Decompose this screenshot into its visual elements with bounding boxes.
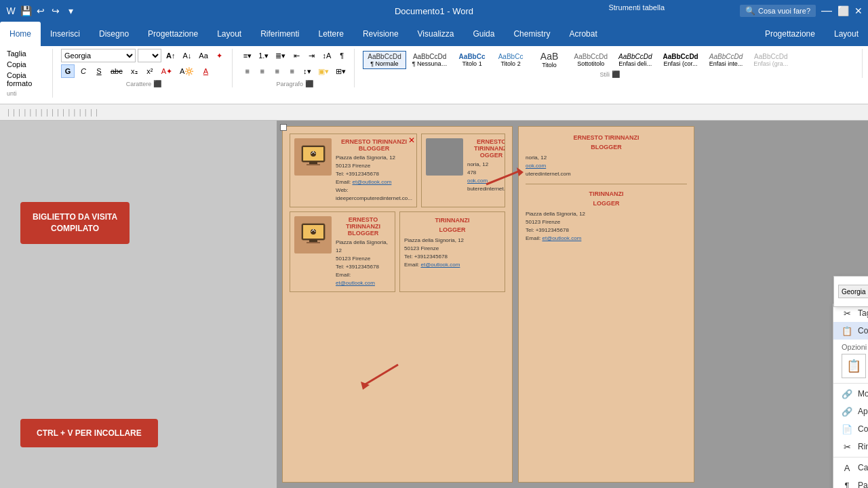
minimize-button[interactable]: — bbox=[821, 5, 832, 17]
style-enfasi-gra[interactable]: AaBbCcDd Enfasi (gra... bbox=[749, 51, 793, 69]
style-enfasi-cor[interactable]: AaBbCcDd Enfasi (cor... bbox=[658, 51, 703, 69]
svg-rect-4 bbox=[307, 164, 320, 165]
svg-rect-3 bbox=[309, 162, 317, 164]
tab-guida[interactable]: Guida bbox=[463, 22, 504, 46]
ctx-copia[interactable]: 📋 Copia bbox=[833, 322, 868, 340]
right-card-bottom-email[interactable]: et@outlook.com bbox=[542, 235, 581, 241]
indent-increase-button[interactable]: ⇥ bbox=[304, 49, 318, 62]
styles-row: AaBbCcDd ¶ Normale AaBbCcDd ¶ Nessuna… A… bbox=[363, 49, 856, 70]
undo-icon[interactable]: ↩ bbox=[35, 5, 46, 16]
ctx-sep2 bbox=[833, 457, 868, 458]
style-enfasi-inte[interactable]: AaBbCcDd Enfasi inte... bbox=[705, 51, 748, 69]
multilevel-list-button[interactable]: ≣▾ bbox=[273, 49, 288, 62]
show-marks-button[interactable]: ¶ bbox=[335, 49, 349, 62]
close-button[interactable]: ✕ bbox=[854, 5, 863, 16]
tab-disegno[interactable]: Disegno bbox=[90, 22, 138, 46]
align-center-button[interactable]: ≡ bbox=[256, 64, 269, 78]
redo-icon[interactable]: ↪ bbox=[50, 5, 61, 16]
restore-button[interactable]: ⬜ bbox=[837, 5, 849, 16]
font-grow-button[interactable]: A↑ bbox=[163, 49, 178, 62]
list-number-button[interactable]: 1.▾ bbox=[256, 49, 271, 62]
ctx-apri-link[interactable]: 🔗 Apri collegamento ipertestuale bbox=[833, 403, 868, 420]
font-shrink-button[interactable]: A↓ bbox=[180, 49, 194, 62]
mini-font-select[interactable]: Georgia bbox=[838, 285, 868, 298]
tab-progettazione[interactable]: Progettazione bbox=[138, 22, 208, 46]
ctx-carattere[interactable]: A Carattere... bbox=[833, 459, 868, 476]
style-titolo2[interactable]: AaBbCc Titolo 2 bbox=[492, 51, 530, 69]
card-left-top: ERNESTO TIRINNANZIBLOGGER Piazza della S… bbox=[290, 134, 417, 207]
right-card-top-info: ERNESTO TIRINNANZIBLOGGER noria, 12 ook.… bbox=[526, 134, 687, 178]
tab-chemistry[interactable]: Chemistry bbox=[504, 22, 559, 46]
tab-layout[interactable]: Layout bbox=[208, 22, 251, 46]
line-spacing-button[interactable]: ↕▾ bbox=[300, 64, 314, 78]
quick-save-icon[interactable]: 💾 bbox=[20, 5, 31, 16]
search-icon: 🔍 bbox=[745, 6, 755, 16]
font-color-button[interactable]: A bbox=[199, 64, 212, 78]
paste-btn-1[interactable]: 📋 bbox=[842, 354, 866, 378]
monitor-icon-left bbox=[299, 143, 328, 171]
strikethrough-button[interactable]: abc bbox=[108, 64, 125, 78]
card-name-rt: ERNESTO TIRINNANZIOGGER bbox=[467, 138, 505, 159]
align-left-button[interactable]: ≡ bbox=[241, 64, 254, 78]
title-bar-controls: 🔍 Cosa vuoi fare? — ⬜ ✕ bbox=[740, 5, 863, 17]
shading-button[interactable]: ▣▾ bbox=[315, 64, 332, 78]
paragrafo-label: Paragrafo ⬛ bbox=[241, 80, 349, 87]
arrow-left bbox=[351, 358, 405, 394]
italic-button[interactable]: C bbox=[77, 64, 90, 78]
tab-lettere[interactable]: Lettere bbox=[309, 22, 353, 46]
tab-visualizza[interactable]: Visualizza bbox=[408, 22, 464, 46]
align-right-button[interactable]: ≡ bbox=[271, 64, 284, 78]
font-case-button[interactable]: Aa bbox=[196, 49, 210, 62]
card-email-rb[interactable]: et@outlook.com bbox=[420, 262, 460, 268]
customize-icon[interactable]: ▾ bbox=[65, 5, 76, 16]
card-email-lb[interactable]: et@outlook.com bbox=[336, 280, 375, 286]
ctx-modifica-link[interactable]: 🔗 Modifica collegamento ipertestuale... bbox=[833, 385, 868, 403]
ctx-copia-link[interactable]: 📄 Copia collegamento ipertestuale bbox=[833, 420, 868, 438]
bottom-cards-row: ERNESTO TIRINNANZIBLOGGER Piazza della S… bbox=[290, 211, 505, 292]
carattere-label: Carattere ⬛ bbox=[61, 80, 226, 87]
card-name-lt: ERNESTO TIRINNANZIBLOGGER bbox=[336, 138, 412, 152]
clear-format-button[interactable]: ✦ bbox=[213, 49, 226, 62]
ctx-paragrafo[interactable]: ¶ Paragrafo... bbox=[833, 476, 868, 488]
link-copy-icon: 📄 bbox=[842, 424, 852, 434]
underline-button[interactable]: S bbox=[92, 64, 106, 78]
subscript-button[interactable]: x₂ bbox=[127, 64, 141, 78]
svg-line-14 bbox=[364, 365, 398, 385]
arrow-right bbox=[479, 164, 534, 193]
tab-revisione[interactable]: Revisione bbox=[353, 22, 408, 46]
search-box[interactable]: 🔍 Cosa vuoi fare? bbox=[740, 5, 816, 17]
tab-inserisci[interactable]: Inserisci bbox=[41, 22, 90, 46]
tab-home[interactable]: Home bbox=[0, 22, 41, 46]
ribbon-body: Taglia Copia Copia formato unti Georgia … bbox=[0, 46, 868, 104]
text-effects-button[interactable]: A✦ bbox=[159, 64, 175, 78]
selection-handle-tl bbox=[280, 124, 287, 131]
card-left-bottom: ERNESTO TIRINNANZIBLOGGER Piazza della S… bbox=[290, 211, 395, 292]
tab-acrobat[interactable]: Acrobat bbox=[559, 22, 606, 46]
list-bullet-button[interactable]: ≡▾ bbox=[241, 49, 254, 62]
style-titolo[interactable]: AaB Titolo bbox=[531, 49, 568, 70]
font-size-select[interactable] bbox=[138, 49, 161, 62]
sort-button[interactable]: ↕A bbox=[319, 49, 334, 62]
tab-riferimenti[interactable]: Riferimenti bbox=[251, 22, 309, 46]
ctx-rimuovi-link[interactable]: ✂ Rimuovi collegamento ipertestuale bbox=[833, 438, 868, 455]
card-info-left-top: ERNESTO TIRINNANZIBLOGGER Piazza della S… bbox=[336, 138, 412, 203]
context-menu: Georgia A↑ A↓ G C S 🎨 A ≡ 1. Stili 💬 Nuo… bbox=[833, 304, 868, 488]
tab-layout-table[interactable]: Layout bbox=[825, 22, 868, 46]
tab-progettazione-table[interactable]: Progettazione bbox=[755, 22, 825, 46]
left-panel: BIGLIETTO DA VISITA COMPILATO CTRL + V P… bbox=[0, 121, 277, 488]
style-sottotitolo[interactable]: AaBbCcDd Sottotitolo bbox=[570, 51, 612, 69]
highlight-button[interactable]: A🔆 bbox=[177, 64, 197, 78]
bold-button[interactable]: G bbox=[61, 64, 75, 78]
font-name-select[interactable]: Georgia bbox=[61, 49, 136, 62]
tools-label: Strumenti tabella bbox=[608, 3, 665, 12]
style-normale[interactable]: AaBbCcDd ¶ Normale bbox=[363, 51, 406, 69]
style-nessuna[interactable]: AaBbCcDd ¶ Nessuna… bbox=[408, 51, 452, 69]
justify-button[interactable]: ≡ bbox=[285, 64, 299, 78]
style-titolo1[interactable]: AaBbCc Titolo 1 bbox=[454, 51, 491, 69]
superscript-button[interactable]: x² bbox=[143, 64, 157, 78]
style-enfasi-deli[interactable]: AaBbCcDd Enfasi deli... bbox=[614, 51, 656, 69]
mini-toolbar: Georgia A↑ A↓ G C S 🎨 A ≡ 1. Stili 💬 Nuo… bbox=[833, 276, 868, 307]
indent-decrease-button[interactable]: ⇤ bbox=[290, 49, 303, 62]
card-email-lt[interactable]: et@outlook.com bbox=[352, 179, 391, 185]
border-button[interactable]: ⊞▾ bbox=[333, 64, 349, 78]
